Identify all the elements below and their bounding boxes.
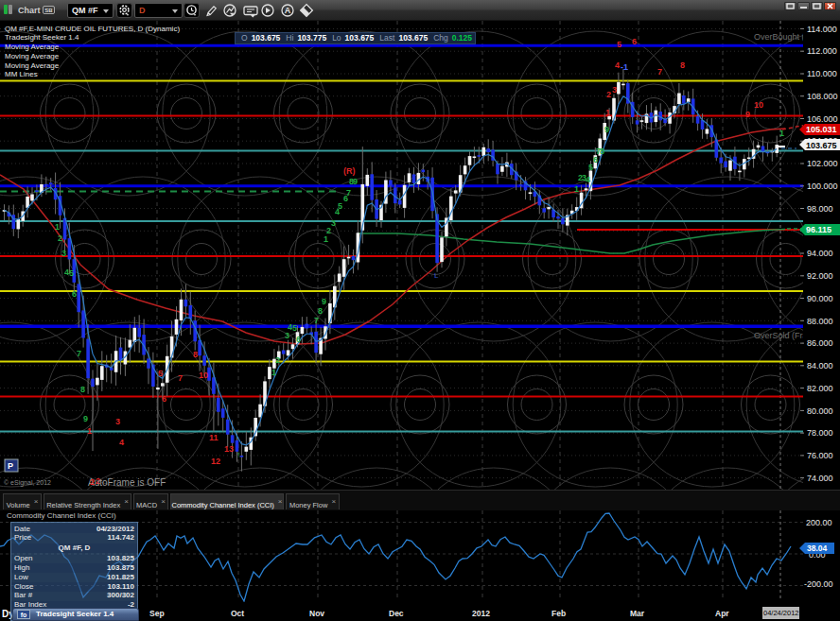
svg-text:88.000: 88.000: [807, 317, 833, 326]
svg-text:(R): (R): [343, 166, 356, 176]
svg-text:2: 2: [90, 477, 95, 487]
svg-text:9: 9: [745, 110, 750, 119]
svg-text:11: 11: [209, 433, 219, 442]
svg-text:5: 5: [617, 40, 621, 49]
svg-text:MM Lines: MM Lines: [5, 70, 38, 78]
svg-text:3: 3: [61, 249, 66, 258]
svg-text:9: 9: [322, 297, 326, 306]
svg-text:2: 2: [606, 90, 611, 99]
svg-text:P: P: [8, 461, 13, 471]
svg-text:108.000: 108.000: [807, 92, 838, 101]
svg-text:100.000: 100.000: [807, 181, 838, 191]
svg-text:92.000: 92.000: [807, 271, 833, 281]
svg-text:12: 12: [211, 457, 220, 466]
svg-text:112.000: 112.000: [807, 46, 837, 56]
svg-text:84.000: 84.000: [807, 361, 833, 371]
svg-text:04/24/2012: 04/24/2012: [763, 609, 799, 617]
svg-text:Moving Average: Moving Average: [5, 52, 60, 60]
svg-text:1: 1: [87, 426, 92, 436]
svg-text:4: 4: [119, 438, 124, 447]
svg-text:5: 5: [158, 369, 163, 378]
svg-text:6: 6: [162, 394, 166, 404]
svg-text:80.000: 80.000: [807, 406, 833, 416]
svg-text:105.031: 105.031: [806, 125, 837, 134]
svg-text:3: 3: [612, 85, 617, 95]
svg-text:8: 8: [80, 385, 85, 394]
svg-text:Tradesight Seeker 1.4: Tradesight Seeker 1.4: [5, 33, 79, 42]
svg-text:103.675: 103.675: [806, 141, 837, 150]
svg-text:2: 2: [58, 233, 62, 243]
svg-text:8: 8: [193, 350, 198, 359]
svg-text:5: 5: [69, 268, 74, 278]
svg-text:106.000: 106.000: [807, 114, 838, 124]
svg-text:102.000: 102.000: [807, 159, 838, 168]
svg-text:110.000: 110.000: [807, 69, 837, 78]
svg-text:3: 3: [115, 417, 120, 426]
svg-text:L: L: [434, 271, 439, 280]
svg-text:6: 6: [296, 335, 301, 344]
svg-text:4: 4: [615, 60, 620, 70]
svg-text:9: 9: [604, 125, 609, 134]
svg-text:8: 8: [600, 147, 604, 156]
svg-text:90.000: 90.000: [807, 294, 833, 303]
svg-text:13: 13: [224, 444, 234, 454]
svg-text:74.000: 74.000: [807, 474, 833, 483]
svg-text:7: 7: [178, 373, 183, 383]
svg-text:9: 9: [353, 177, 358, 186]
svg-text:38.04: 38.04: [807, 543, 828, 553]
svg-text:-1: -1: [621, 62, 628, 72]
svg-text:94.000: 94.000: [807, 249, 833, 258]
svg-text:1: 1: [605, 108, 610, 117]
svg-text:5: 5: [292, 323, 297, 333]
svg-text:86.000: 86.000: [807, 338, 833, 348]
svg-text:3: 3: [285, 331, 289, 340]
svg-text:82.000: 82.000: [807, 384, 833, 393]
svg-text:6: 6: [593, 155, 598, 164]
svg-text:78.000: 78.000: [807, 428, 833, 438]
svg-text:A: A: [285, 6, 291, 15]
svg-text:↑: ↑: [236, 450, 241, 459]
svg-text:-200.00: -200.00: [804, 579, 833, 589]
svg-text:2: 2: [275, 355, 280, 365]
svg-text:96.115: 96.115: [806, 225, 831, 234]
svg-text:7: 7: [77, 349, 81, 358]
svg-text:OverBought (F: OverBought (F: [754, 32, 811, 42]
svg-text:Moving Average: Moving Average: [5, 61, 60, 70]
svg-text:Commodity Channel Index (CCI): Commodity Channel Index (CCI): [7, 511, 116, 520]
svg-text:Moving Average: Moving Average: [5, 43, 60, 51]
svg-text:1: 1: [55, 222, 60, 232]
svg-text:10: 10: [754, 100, 763, 110]
svg-text:4: 4: [586, 175, 590, 184]
svg-text:6: 6: [632, 37, 637, 46]
svg-text:9: 9: [83, 414, 88, 423]
svg-text:1: 1: [779, 129, 784, 138]
svg-text:6: 6: [72, 289, 77, 299]
svg-text:1: 1: [324, 234, 328, 244]
svg-text:1: 1: [574, 184, 579, 194]
svg-text:8: 8: [680, 60, 685, 70]
svg-text:7: 7: [657, 67, 662, 77]
svg-text:1: 1: [271, 368, 276, 377]
svg-text:QM #F,E-MINI CRUDE OIL FUTURES: QM #F,E-MINI CRUDE OIL FUTURES, D (Dynam…: [5, 25, 180, 33]
svg-text:76.000: 76.000: [807, 451, 833, 460]
svg-text:200.00: 200.00: [806, 518, 832, 527]
svg-text:AutoFrame is OFF: AutoFrame is OFF: [88, 477, 166, 488]
svg-text:5: 5: [338, 201, 342, 211]
svg-text:114.000: 114.000: [807, 25, 837, 34]
svg-text:OverSold (Fra: OverSold (Fra: [754, 331, 808, 340]
svg-text:7: 7: [314, 316, 319, 325]
svg-text:7: 7: [346, 188, 351, 198]
svg-text:10: 10: [199, 371, 208, 380]
svg-text:3: 3: [331, 218, 336, 228]
svg-text:© eSignal, 2012: © eSignal, 2012: [4, 479, 51, 487]
svg-text:98.000: 98.000: [807, 204, 833, 214]
svg-text:8: 8: [318, 306, 323, 316]
